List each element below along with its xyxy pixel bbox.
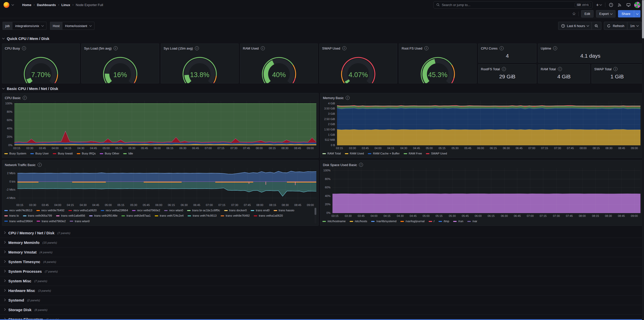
chart-area[interactable]: 2 Mb/s0 b/s-2 Mb/s-4 Mb/s xyxy=(4,168,316,202)
legend-item[interactable]: RAM Free xyxy=(404,151,422,156)
collapsed-row-system-misc[interactable]: System Misc(7 panels) xyxy=(0,276,644,286)
info-icon[interactable]: i xyxy=(553,46,557,50)
legend-item[interactable]: / xyxy=(429,219,434,224)
info-icon[interactable]: i xyxy=(558,67,562,71)
panel-header[interactable]: Sys Load (5m avg)i xyxy=(82,44,159,52)
collapsed-row-system-timesync[interactable]: System Timesync(4 panels) xyxy=(0,257,644,267)
org-switcher-chevron-icon[interactable] xyxy=(12,3,14,6)
time-range-picker[interactable]: Last 6 hours xyxy=(558,22,592,30)
legend-item[interactable]: trans veth3e87aa1 xyxy=(121,213,150,218)
panel-title[interactable]: Uptime xyxy=(541,47,551,50)
panel-title[interactable]: Memory Basic xyxy=(323,96,344,100)
legend-item[interactable]: /etc/hostname xyxy=(322,219,346,224)
breadcrumb-linux[interactable]: Linux xyxy=(61,3,70,7)
info-icon[interactable]: i xyxy=(346,96,350,100)
legend-item[interactable]: trans vetha1a0620 xyxy=(254,213,283,218)
variable-host-select[interactable]: HomeAssistant xyxy=(62,22,94,30)
legend-item[interactable]: Idle xyxy=(123,151,133,156)
share-button[interactable]: Share xyxy=(618,10,634,17)
panel-title[interactable]: SWAP Used xyxy=(322,47,340,50)
panel-header[interactable]: Sys Load (15m avg)i xyxy=(161,44,238,52)
breadcrumb-dashboards[interactable]: Dashboards xyxy=(37,3,56,7)
legend-item[interactable]: /tmp xyxy=(439,219,449,224)
legend-item[interactable]: recv vetha23f664 xyxy=(101,208,128,213)
variable-job-select[interactable]: integrations/unix xyxy=(12,22,46,30)
chart-area[interactable]: 0%20%40%60%80%100% xyxy=(322,168,640,213)
panel-title[interactable]: CPU Cores xyxy=(481,47,498,50)
legend-item[interactable]: Busy User xyxy=(30,151,49,156)
legend-item[interactable]: recv veth9e76492 xyxy=(36,208,64,213)
legend-item[interactable]: RAM Cache + Buffer xyxy=(368,151,400,156)
panel-title[interactable]: RAM Total xyxy=(541,67,556,71)
legend-item[interactable]: trans end0 xyxy=(251,208,269,213)
panel-header[interactable]: SWAP Usedi xyxy=(320,44,397,52)
info-icon[interactable]: i xyxy=(500,46,504,50)
panel-title[interactable]: Root FS Used xyxy=(402,47,422,50)
user-avatar[interactable] xyxy=(634,2,640,8)
panel-title[interactable]: CPU Busy xyxy=(5,47,20,50)
chart-plot[interactable] xyxy=(332,168,640,213)
legend-item[interactable]: trans br-ac1bc1c6ff9c xyxy=(187,208,220,213)
section-basic-cpu-mem-net-disk[interactable]: Basic CPU / Mem / Net / Disk xyxy=(0,85,58,92)
info-icon[interactable]: i xyxy=(23,96,27,100)
add-new-button[interactable]: + xyxy=(595,3,603,7)
legend-item[interactable]: Busy System xyxy=(4,151,26,156)
chart-area[interactable]: 0%20%40%60%80%100% xyxy=(4,101,316,145)
chart-plot[interactable] xyxy=(17,168,316,202)
panel-header[interactable]: Network Traffic Basic i xyxy=(2,160,318,168)
legend-item[interactable]: trans veth74c9513 xyxy=(188,213,217,218)
panel-header[interactable]: Memory Basic i xyxy=(320,93,642,101)
legend-item[interactable]: trans hassio xyxy=(274,208,294,213)
panel-title[interactable]: Disk Space Used Basic xyxy=(323,163,357,167)
panel-title[interactable]: RAM Used xyxy=(243,47,259,50)
info-icon[interactable]: i xyxy=(22,46,26,50)
edit-button[interactable]: Edit xyxy=(581,10,593,17)
legend-item[interactable]: recv wlan0 xyxy=(164,208,183,213)
info-icon[interactable]: i xyxy=(342,46,346,50)
legend-item[interactable]: trans veth066a799 xyxy=(23,213,52,218)
collapsed-row-system-processes[interactable]: System Processes(7 panels) xyxy=(0,267,644,276)
panel-title[interactable]: SWAP Total xyxy=(594,67,611,71)
legend-item[interactable]: RAM Used xyxy=(345,151,364,156)
news-rss-icon[interactable] xyxy=(617,3,623,7)
collapsed-row-memory-meminfo[interactable]: Memory Meminfo(15 panels) xyxy=(0,238,644,247)
legend-item[interactable]: recv veth74c9513 xyxy=(4,208,32,213)
collapsed-row-hardware-misc[interactable]: Hardware Misc(3 panels) xyxy=(0,286,644,295)
legend-item[interactable]: trans vethd7960e2 xyxy=(37,219,66,224)
export-button[interactable]: Export xyxy=(596,10,616,17)
legend-item[interactable]: SWAP Used xyxy=(426,151,447,156)
refresh-button[interactable]: Refresh xyxy=(604,22,627,30)
legend-item[interactable]: trans lo xyxy=(4,213,19,218)
info-icon[interactable]: i xyxy=(195,46,199,50)
info-icon[interactable]: i xyxy=(38,163,42,167)
legend-item[interactable]: Busy Iowait xyxy=(53,151,73,156)
legend-item[interactable]: recv vethd7960e2 xyxy=(132,208,160,213)
collapsed-row-systemd[interactable]: Systemd(2 panels) xyxy=(0,295,644,305)
panel-header[interactable]: CPU Busyi xyxy=(2,44,80,52)
legend-item[interactable]: /var/log/journal xyxy=(400,219,424,224)
legend-item[interactable]: trans docker0 xyxy=(224,208,247,213)
info-icon[interactable]: i xyxy=(114,46,118,50)
favorite-star-icon[interactable]: ☆ xyxy=(572,11,576,16)
panel-title[interactable]: RootFS Total xyxy=(481,67,500,71)
panel-title[interactable]: Sys Load (5m avg) xyxy=(84,47,112,50)
legend-item[interactable]: recv vetha1a0620 xyxy=(68,208,96,213)
legend-item[interactable]: /var/lib/systemd xyxy=(371,219,396,224)
refresh-interval-select[interactable]: 1m xyxy=(627,22,641,30)
panel-header[interactable]: CPU Basic i xyxy=(2,93,318,101)
legend-item[interactable]: trans wlan0 xyxy=(70,219,90,224)
collapsed-row-memory-vmstat[interactable]: Memory Vmstat(4 panels) xyxy=(0,247,644,257)
grafana-logo[interactable] xyxy=(4,2,9,8)
share-dropdown-button[interactable] xyxy=(634,10,640,17)
collapsed-row-storage-disk[interactable]: Storage Disk(8 panels) xyxy=(0,305,644,315)
legend-item[interactable]: /etc/hosts xyxy=(350,219,367,224)
legend-item[interactable]: /var xyxy=(467,219,477,224)
legend-item[interactable]: trans veth1a6e856 xyxy=(56,213,85,218)
kiosk-monitor-icon[interactable] xyxy=(625,3,632,7)
panel-header[interactable]: Root FS Usedi xyxy=(399,44,476,52)
section-quick-cpu-mem-disk[interactable]: Quick CPU / Mem / Disk xyxy=(0,35,49,41)
legend-item[interactable]: trans veth2f9148e xyxy=(89,213,117,218)
info-icon[interactable]: i xyxy=(359,163,363,167)
chart-area[interactable]: 0 B512 MiB1 GiB1.50 GiB2 GiB2.50 GiB3 Gi… xyxy=(322,101,640,145)
collapsed-row-cpu-memory-net-disk[interactable]: CPU / Memory / Net / Disk(7 panels) xyxy=(0,228,644,238)
